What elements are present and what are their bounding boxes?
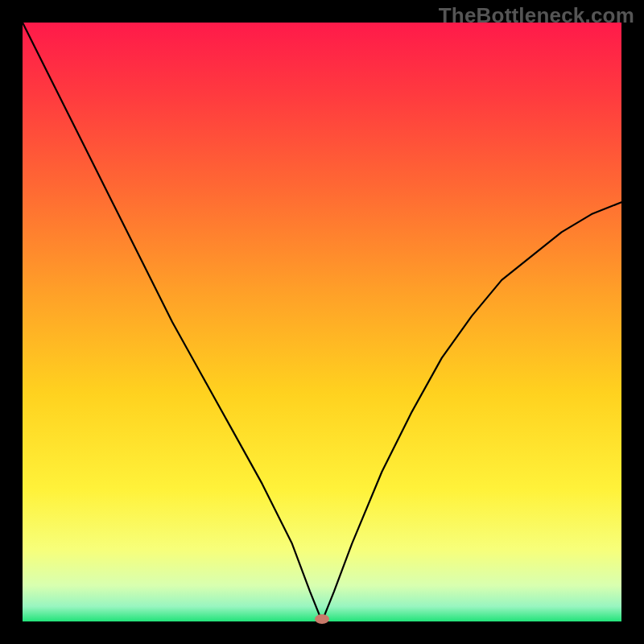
bottleneck-chart: TheBottleneck.com xyxy=(0,0,644,644)
plot-area xyxy=(23,23,621,621)
minimum-marker xyxy=(315,614,329,624)
chart-svg xyxy=(0,0,644,644)
watermark-text: TheBottleneck.com xyxy=(439,3,634,28)
